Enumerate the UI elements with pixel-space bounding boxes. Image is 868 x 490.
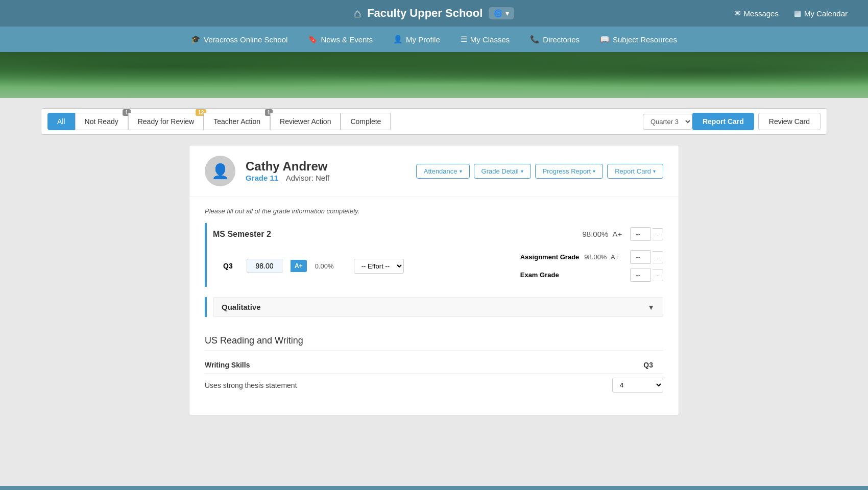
qualitative-section: Qualitative ▼ (205, 297, 663, 317)
assignment-grade-percent: 98.00% (584, 253, 607, 261)
top-bar: Faculty Upper School 🌀 ▾ ✉ Messages ▦ My… (0, 0, 868, 27)
student-advisor: Advisor: Neff (286, 174, 330, 182)
quarter-percent: 0.00% (315, 262, 346, 270)
nav-item-resources[interactable]: 📖 Subject Resources (600, 35, 677, 44)
attendance-dropdown[interactable]: Attendance ▾ (416, 164, 470, 179)
semester-header: MS Semester 2 98.00% A+ -- - (213, 223, 663, 245)
skills-table-header: Writing Skills Q3 (205, 357, 663, 373)
chevron-down-icon: ▾ (505, 9, 509, 17)
semester-grade-display: -- (630, 227, 650, 241)
progress-report-chevron-icon: ▾ (593, 168, 595, 174)
top-bar-center: Faculty Upper School 🌀 ▾ (354, 6, 515, 20)
tab-reviewer-action[interactable]: Reviewer Action (270, 113, 341, 130)
book-icon: 📖 (600, 35, 610, 44)
nav-item-profile[interactable]: 👤 My Profile (393, 35, 440, 44)
semester-grade-select-btn[interactable]: - (653, 228, 663, 240)
effort-select[interactable]: -- Effort -- (354, 259, 404, 274)
report-card-dropdown-label: Report Card (615, 167, 651, 175)
writing-skills-header: Writing Skills (205, 361, 602, 369)
review-card-button[interactable]: Review Card (758, 113, 821, 130)
nav-label-profile: My Profile (406, 35, 440, 44)
nav-item-veracross[interactable]: 🎓 Veracross Online School (191, 35, 287, 44)
student-name: Cathy Andrew (246, 159, 406, 174)
progress-report-dropdown[interactable]: Progress Report ▾ (535, 164, 604, 179)
tab-complete-label: Complete (350, 117, 381, 126)
school-switcher[interactable]: 🌀 ▾ (489, 7, 514, 19)
report-card-dropdown[interactable]: Report Card ▾ (607, 164, 663, 179)
tab-reviewer-action-label: Reviewer Action (280, 117, 331, 126)
student-card: 👤 Cathy Andrew Grade 11 Advisor: Neff At… (189, 145, 679, 415)
nav-item-directories[interactable]: 📞 Directories (530, 35, 580, 44)
semester-grade-select-group: -- - (630, 227, 663, 241)
tab-all[interactable]: All (47, 113, 75, 130)
semester-grade: 98.00% A+ (583, 230, 622, 238)
graduation-icon: 🎓 (191, 35, 201, 44)
attendance-label: Attendance (424, 167, 457, 175)
calendar-link[interactable]: ▦ My Calendar (794, 9, 848, 18)
quarter-row: Q3 A+ 0.00% -- Effort -- Assignment Grad… (213, 245, 663, 287)
spiral-icon: 🌀 (494, 9, 502, 17)
semester-section: MS Semester 2 98.00% A+ -- - Q3 A+ 0.00 (205, 223, 663, 287)
assignment-grade-letter: A+ (611, 253, 619, 261)
quarter-selector[interactable]: Quarter 3 (643, 114, 692, 130)
exam-grade-select-group: -- - (630, 268, 663, 282)
tab-complete[interactable]: Complete (341, 113, 391, 130)
student-info: Cathy Andrew Grade 11 Advisor: Neff (246, 159, 406, 183)
assignment-grade-value: 98.00% A+ (584, 253, 625, 261)
skill-name: Uses strong thesis statement (205, 381, 612, 389)
nav-bar: 🎓 Veracross Online School 🔖 News & Event… (0, 27, 868, 52)
nav-item-news[interactable]: 🔖 News & Events (308, 35, 373, 44)
tab-ready-for-review-label: Ready for Review (138, 117, 195, 126)
mail-icon: ✉ (734, 9, 741, 18)
filter-right-buttons: Report Card Review Card (692, 113, 821, 130)
skill-q3-select[interactable]: 4 3 2 1 (612, 378, 663, 393)
phone-icon: 📞 (530, 35, 540, 44)
tab-teacher-action-label: Teacher Action (213, 117, 260, 126)
messages-label: Messages (744, 9, 779, 18)
tab-all-label: All (57, 117, 65, 126)
calendar-label: My Calendar (804, 9, 848, 18)
filter-bar: All Not Ready 1 Ready for Review 12 Teac… (41, 108, 827, 135)
report-card-chevron-icon: ▾ (653, 168, 656, 174)
nav-label-classes: My Classes (470, 35, 510, 44)
assignment-grade-select-btn[interactable]: - (653, 251, 663, 263)
fill-notice: Please fill out all of the grade informa… (205, 207, 663, 215)
report-card-button[interactable]: Report Card (692, 113, 754, 130)
assignment-grade-row: Assignment Grade 98.00% A+ -- - (520, 250, 663, 264)
exam-grade-label: Exam Grade (520, 271, 571, 279)
tab-ready-for-review[interactable]: Ready for Review 12 (128, 113, 204, 130)
nav-item-classes[interactable]: ☰ My Classes (461, 35, 510, 44)
quarter-score-input[interactable] (247, 259, 282, 273)
grade-detail-dropdown[interactable]: Grade Detail ▾ (474, 164, 531, 179)
student-header: 👤 Cathy Andrew Grade 11 Advisor: Neff At… (189, 145, 679, 197)
nav-label-resources: Subject Resources (613, 35, 677, 44)
rw-section: US Reading and Writing Writing Skills Q3… (205, 327, 663, 405)
quarter-grade-badge: A+ (291, 260, 307, 272)
nav-label-veracross: Veracross Online School (204, 35, 287, 44)
nav-label-news: News & Events (321, 35, 373, 44)
assignment-grade-section: Assignment Grade 98.00% A+ -- - Exam (520, 250, 663, 282)
tab-not-ready-label: Not Ready (85, 117, 118, 126)
hero-banner (0, 52, 868, 98)
student-avatar: 👤 (205, 156, 235, 186)
top-bar-right: ✉ Messages ▦ My Calendar (734, 9, 848, 18)
assignment-grade-select-group: -- - (630, 250, 663, 264)
tab-not-ready[interactable]: Not Ready 1 (75, 113, 128, 130)
student-grade-advisor: Grade 11 Advisor: Neff (246, 174, 406, 183)
card-body: Please fill out all of the grade informa… (189, 197, 679, 415)
messages-link[interactable]: ✉ Messages (734, 9, 779, 18)
attendance-chevron-icon: ▾ (460, 168, 462, 174)
progress-report-label: Progress Report (543, 167, 591, 175)
home-icon (354, 6, 361, 20)
assignment-grade-display: -- (630, 250, 650, 264)
avatar-icon: 👤 (211, 163, 229, 180)
exam-grade-select-btn[interactable]: - (653, 269, 663, 281)
student-grade: Grade 11 (246, 174, 278, 182)
skills-table: Writing Skills Q3 Uses strong thesis sta… (205, 357, 663, 397)
quarter-label: Q3 (223, 262, 238, 270)
qualitative-chevron-icon: ▼ (647, 303, 655, 311)
tab-teacher-action[interactable]: Teacher Action 1 (204, 113, 270, 130)
assignment-grade-label: Assignment Grade (520, 253, 580, 261)
semester-title: MS Semester 2 (213, 230, 583, 239)
grade-detail-chevron-icon: ▾ (521, 168, 523, 174)
